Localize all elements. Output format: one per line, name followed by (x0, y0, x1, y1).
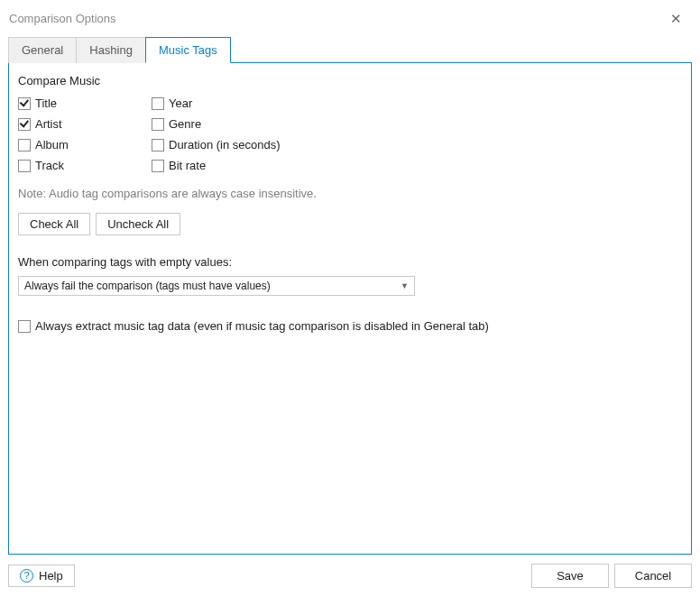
tab-hashing[interactable]: Hashing (76, 37, 146, 63)
checkbox-label: Artist (35, 117, 62, 131)
tab-panel-music-tags: Compare Music Title Year Artist Genre Al… (8, 63, 692, 555)
dialog-body: General Hashing Music Tags Compare Music… (0, 36, 700, 555)
checkbox-label: Duration (in seconds) (169, 138, 281, 152)
dropdown-value: Always fail the comparison (tags must ha… (24, 280, 271, 292)
checkbox-duration[interactable]: Duration (in seconds) (152, 138, 682, 152)
note-text: Note: Audio tag comparisons are always c… (18, 187, 682, 200)
check-all-button[interactable]: Check All (18, 213, 90, 235)
tabstrip: General Hashing Music Tags (8, 36, 692, 63)
checkbox-label: Genre (169, 117, 201, 131)
when-comparing-label: When comparing tags with empty values: (18, 255, 682, 269)
tab-music-tags[interactable]: Music Tags (145, 37, 231, 63)
help-button[interactable]: ? Help (8, 565, 75, 587)
cancel-button[interactable]: Cancel (614, 564, 692, 588)
titlebar: Comparison Options ✕ (0, 0, 700, 36)
checkbox-box[interactable] (152, 97, 164, 110)
checkbox-album[interactable]: Album (18, 138, 152, 152)
help-icon: ? (20, 569, 33, 583)
checkbox-label: Track (35, 159, 64, 172)
tab-general[interactable]: General (8, 37, 77, 63)
checkbox-grid: Title Year Artist Genre Album Duration (… (18, 96, 682, 172)
checkbox-year[interactable]: Year (152, 96, 682, 110)
chevron-down-icon: ▼ (401, 281, 409, 290)
checkbox-track[interactable]: Track (18, 159, 152, 172)
checkbox-label: Always extract music tag data (even if m… (35, 319, 489, 333)
checkbox-box[interactable] (152, 160, 164, 172)
checkbox-title[interactable]: Title (18, 96, 152, 110)
checkbox-genre[interactable]: Genre (152, 117, 682, 131)
section-header-compare-music: Compare Music (18, 74, 682, 87)
checkbox-artist[interactable]: Artist (18, 117, 152, 131)
uncheck-all-button[interactable]: Uncheck All (96, 213, 180, 235)
checkbox-box[interactable] (152, 139, 164, 152)
checkbox-label: Album (35, 138, 69, 152)
checkbox-box[interactable] (18, 139, 31, 152)
checkbox-label: Year (169, 96, 192, 110)
dialog-footer: ? Help Save Cancel (0, 555, 700, 588)
checkbox-box[interactable] (18, 118, 31, 131)
checkbox-box[interactable] (152, 118, 164, 131)
close-icon[interactable]: ✕ (665, 10, 687, 27)
checkbox-box[interactable] (18, 97, 31, 110)
checkbox-label: Bit rate (169, 159, 206, 172)
checkbox-box[interactable] (18, 320, 31, 333)
checkbox-box[interactable] (18, 160, 31, 172)
save-button[interactable]: Save (531, 564, 609, 588)
help-label: Help (39, 569, 63, 583)
empty-values-dropdown[interactable]: Always fail the comparison (tags must ha… (18, 276, 415, 296)
check-button-row: Check All Uncheck All (18, 213, 682, 235)
checkbox-label: Title (35, 96, 57, 110)
window-title: Comparison Options (9, 12, 116, 25)
footer-right: Save Cancel (531, 564, 692, 588)
checkbox-always-extract[interactable]: Always extract music tag data (even if m… (18, 319, 682, 333)
checkbox-bitrate[interactable]: Bit rate (152, 159, 682, 172)
